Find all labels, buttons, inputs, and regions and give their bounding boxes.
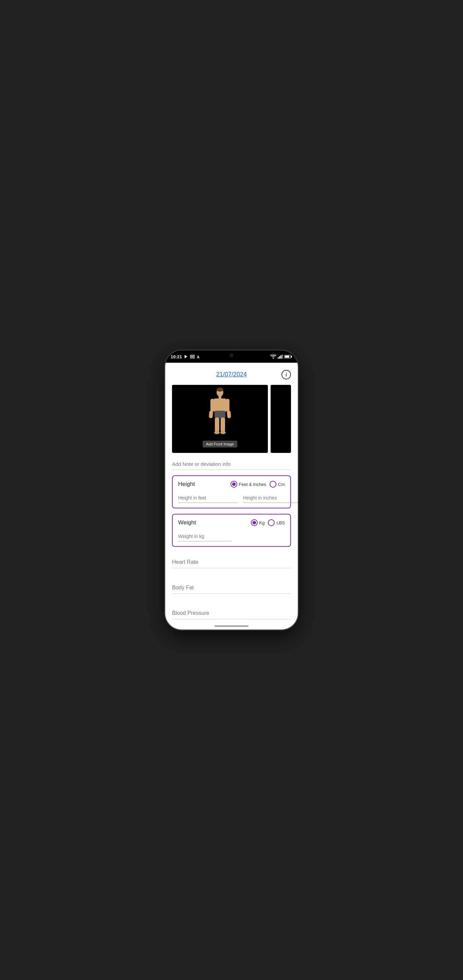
weight-lbs-radio[interactable]: [268, 519, 275, 526]
height-feet-option[interactable]: Feet & Inches: [230, 481, 266, 488]
weight-kg-input[interactable]: [178, 531, 232, 541]
page-header: 21/07/2024 i: [172, 368, 291, 382]
height-feet-radio[interactable]: [230, 481, 237, 488]
status-bar: 10:21 A: [165, 350, 298, 363]
info-button[interactable]: i: [281, 370, 291, 379]
height-unit-group: Feet & Inches Cm: [230, 481, 285, 488]
body-fat-section: [172, 578, 291, 598]
height-card-header: Height Feet & Inches Cm: [178, 481, 285, 488]
height-feet-input[interactable]: [178, 493, 238, 503]
weight-lbs-label: LBS: [276, 520, 285, 525]
svg-rect-8: [219, 396, 221, 398]
body-fat-input[interactable]: [172, 582, 291, 594]
height-cm-label: Cm: [278, 482, 285, 487]
weight-lbs-option[interactable]: LBS: [268, 519, 285, 526]
play-icon: [184, 355, 188, 359]
svg-rect-1: [190, 355, 195, 356]
add-front-label[interactable]: Add Front Image: [203, 441, 237, 447]
blood-pressure-input[interactable]: [172, 608, 291, 619]
a-icon: A: [197, 355, 201, 359]
home-indicator: [214, 625, 249, 627]
weight-unit-group: Kg LBS: [251, 519, 285, 526]
height-feet-label: Feet & Inches: [239, 482, 266, 487]
height-cm-radio[interactable]: [270, 481, 276, 488]
body-figure: [206, 388, 233, 442]
svg-point-17: [214, 431, 220, 434]
svg-point-7: [217, 388, 224, 392]
screen-content[interactable]: 21/07/2024 i: [165, 363, 298, 630]
svg-rect-12: [226, 399, 230, 412]
svg-rect-14: [227, 410, 231, 418]
weight-inputs: [178, 531, 285, 541]
weight-kg-radio[interactable]: [251, 519, 258, 526]
blood-pressure-section: [172, 603, 291, 624]
svg-rect-15: [215, 417, 219, 432]
heart-rate-section: [172, 552, 291, 572]
heart-rate-input[interactable]: [172, 556, 291, 568]
signal-icon: [278, 355, 283, 359]
phone-frame: 10:21 A: [165, 350, 298, 630]
weight-kg-label: Kg: [259, 520, 265, 525]
note-section: [172, 458, 291, 470]
image-row: Add Front Image: [172, 385, 291, 453]
svg-rect-13: [209, 410, 213, 418]
camera-notch: [230, 353, 233, 357]
svg-rect-16: [220, 417, 225, 432]
weight-card-header: Weight Kg LBS: [178, 519, 285, 526]
height-cm-option[interactable]: Cm: [270, 481, 285, 488]
front-image-box[interactable]: Add Front Image: [172, 385, 268, 453]
svg-rect-11: [211, 399, 214, 412]
svg-text:A: A: [197, 355, 200, 359]
battery-icon: [284, 355, 291, 358]
svg-point-5: [273, 358, 274, 359]
note-input[interactable]: [172, 458, 291, 470]
weight-kg-option[interactable]: Kg: [251, 519, 265, 526]
height-title: Height: [178, 481, 195, 488]
svg-rect-2: [190, 356, 195, 357]
height-card: Height Feet & Inches Cm: [172, 476, 291, 508]
side-image-box[interactable]: [271, 385, 291, 453]
date-display[interactable]: 21/07/2024: [216, 371, 247, 378]
svg-marker-0: [185, 355, 187, 358]
weight-card: Weight Kg LBS: [172, 514, 291, 547]
svg-rect-3: [190, 358, 195, 358]
menu-icon: [190, 355, 195, 359]
wifi-icon: [270, 355, 276, 359]
height-inches-input[interactable]: [243, 493, 298, 503]
svg-point-18: [220, 431, 226, 434]
height-inputs: [178, 493, 285, 503]
weight-title: Weight: [178, 519, 196, 526]
svg-rect-10: [214, 411, 225, 418]
time-display: 10:21: [171, 354, 182, 360]
svg-rect-9: [214, 398, 226, 412]
